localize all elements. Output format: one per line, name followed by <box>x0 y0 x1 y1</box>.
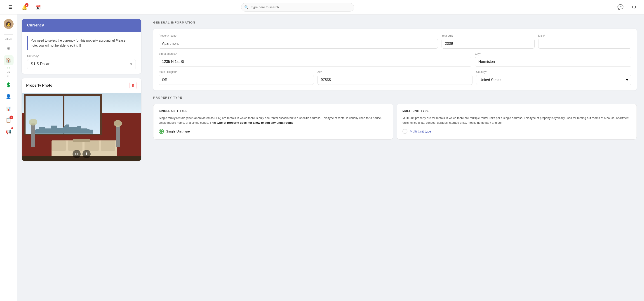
mls-input[interactable] <box>538 39 631 49</box>
person-icon: 👤 <box>6 94 11 99</box>
sofa-cushion-2 <box>68 140 82 151</box>
year-built-field: Year built <box>442 34 535 49</box>
window-divider-h <box>26 115 100 115</box>
menu-label: MENU <box>5 38 12 41</box>
multi-unit-radio-outer <box>402 129 408 134</box>
zip-label: Zip* <box>318 70 473 74</box>
country-select[interactable]: United States ▾ <box>476 75 631 85</box>
lamp-left-pole <box>31 123 35 147</box>
photo-card-title: Property Photo <box>26 84 52 88</box>
country-chevron-icon: ▾ <box>626 78 628 82</box>
single-unit-desc: Single family rentals (often abbreviated… <box>159 116 388 125</box>
left-panel: Currency You need to select the currency… <box>17 15 146 301</box>
year-built-input[interactable] <box>442 39 535 49</box>
calendar-icon: 📅 <box>35 5 41 10</box>
dollar-icon: 💲 <box>6 82 11 88</box>
settings-icon: ⚙ <box>632 4 636 10</box>
coffee-table <box>73 139 90 142</box>
city-field: City* <box>475 52 631 67</box>
city-label: City* <box>475 52 631 55</box>
currency-select[interactable]: $ US Dollar ▾ <box>27 59 136 69</box>
grid-icon: ⊞ <box>6 46 10 51</box>
chat-button[interactable]: 💬 <box>616 3 625 12</box>
state-field: State / Region* <box>159 70 314 85</box>
upload-button[interactable]: ⬆ <box>82 150 90 158</box>
general-info-form: Property name* Year built Mls # Street a… <box>153 29 637 91</box>
sidebar-item-home[interactable]: 🏠 <box>4 55 14 65</box>
country-select-value: United States <box>480 78 501 82</box>
nav-left: ☰ 🔔 2 📅 <box>6 1 42 13</box>
sofa-cushion-1 <box>52 140 66 151</box>
alert-badge <box>11 127 13 129</box>
single-unit-radio[interactable]: Single Unit type <box>159 129 388 134</box>
currency-select-label: Currency* <box>27 55 136 58</box>
kl-tab-label: KL <box>7 75 10 78</box>
state-label: State / Region* <box>159 70 314 74</box>
multi-unit-radio[interactable]: Multi Unit type <box>402 129 631 134</box>
main-wrapper: 👩 MENU ⊞ 🏠 PT UN KL 💲 👤 📊 📋 • 📢 <box>0 15 644 301</box>
settings-button[interactable]: ⚙ <box>630 3 638 12</box>
search-icon: 🔍 <box>244 5 249 9</box>
nav-right: 💬 ⚙ <box>616 3 638 12</box>
window-large <box>24 94 102 135</box>
photo-overlay-controls: ⊡ ⬆ <box>72 150 90 158</box>
general-info-section-title: GENERAL INFORMATION <box>153 21 637 24</box>
chart-icon: 📊 <box>6 106 11 111</box>
zip-field: Zip* <box>318 70 473 85</box>
calendar-button[interactable]: 📅 <box>34 3 42 12</box>
trash-icon: 🗑 <box>131 84 135 88</box>
search-bar: 🔍 <box>241 3 354 12</box>
city-input[interactable] <box>475 57 631 67</box>
un-tab-label: UN <box>7 71 10 73</box>
currency-card: Currency You need to select the currency… <box>22 19 141 74</box>
property-photo-card: Property Photo 🗑 <box>22 78 141 161</box>
single-unit-radio-outer <box>159 129 164 134</box>
property-name-label: Property name* <box>159 34 438 37</box>
crop-button[interactable]: ⊡ <box>72 150 81 158</box>
avatar[interactable]: 👩 <box>4 19 14 29</box>
delete-photo-button[interactable]: 🗑 <box>130 82 137 89</box>
photo-card-header: Property Photo 🗑 <box>22 78 141 93</box>
single-unit-title: SINGLE UNIT TYPE <box>159 109 388 113</box>
home-icon: 🏠 <box>6 58 11 63</box>
currency-card-header: Currency <box>22 19 141 32</box>
property-name-input[interactable] <box>159 39 438 49</box>
notification-bell-button[interactable]: 🔔 2 <box>20 3 29 12</box>
lamp-left-shade <box>29 119 37 126</box>
sidebar-item-chart[interactable]: 📊 <box>4 103 14 113</box>
chat-icon: 💬 <box>617 4 624 10</box>
lamp-right-pole <box>116 126 120 147</box>
currency-title: Currency <box>27 23 44 27</box>
sidebar-item-dollar[interactable]: 💲 <box>4 80 14 90</box>
sidebar-item-reports[interactable]: 📋 • <box>4 115 14 125</box>
form-row-1: Property name* Year built Mls # <box>159 34 631 49</box>
sidebar-item-alert[interactable]: 📢 <box>4 127 14 137</box>
mls-label: Mls # <box>538 34 631 37</box>
year-built-label: Year built <box>442 34 535 37</box>
photo-area: ⊡ ⬆ <box>22 93 141 161</box>
multi-unit-radio-label: Multi Unit type <box>410 129 431 133</box>
currency-notice: You need to select the currency for this… <box>27 36 136 50</box>
multi-unit-title: MULTI UNIT TYPE <box>402 109 631 113</box>
single-unit-radio-inner <box>160 130 163 133</box>
form-row-3: State / Region* Zip* Country* United Sta… <box>159 70 631 85</box>
sidebar-item-dashboard[interactable]: ⊞ <box>4 44 14 53</box>
mls-field: Mls # <box>538 34 631 49</box>
hamburger-menu-button[interactable]: ☰ <box>6 2 15 12</box>
single-unit-radio-label: Single Unit type <box>166 129 190 133</box>
street-address-input[interactable] <box>159 57 471 67</box>
top-navbar: ☰ 🔔 2 📅 🔍 💬 ⚙ <box>0 0 644 15</box>
search-input[interactable] <box>241 3 354 12</box>
property-name-field: Property name* <box>159 34 438 49</box>
country-label: Country* <box>476 70 631 74</box>
state-input[interactable] <box>159 75 314 85</box>
zip-input[interactable] <box>318 75 473 85</box>
street-address-field: Street address* <box>159 52 471 67</box>
alert-icon: 📢 <box>6 129 11 135</box>
currency-card-body: You need to select the currency for this… <box>22 32 141 74</box>
currency-select-value: $ US Dollar <box>31 62 50 66</box>
street-address-label: Street address* <box>159 52 471 55</box>
single-unit-note: This type of property does not allow to … <box>210 121 293 124</box>
sidebar-item-person[interactable]: 👤 <box>4 92 14 102</box>
chevron-down-icon: ▾ <box>130 62 132 66</box>
